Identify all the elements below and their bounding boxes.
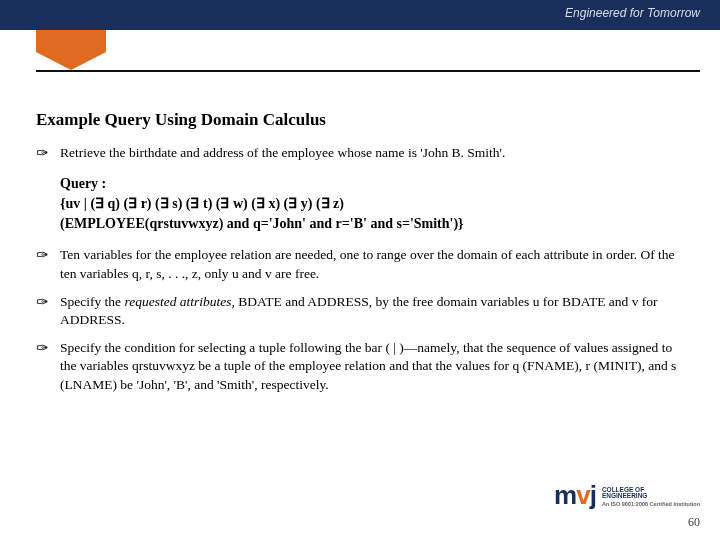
slide-title: Example Query Using Domain Calculus [36,110,684,130]
logo-m: m [554,480,576,510]
bullet-icon: ✑ [36,293,52,329]
bullet-icon: ✑ [36,339,52,394]
iso-cert: An ISO 9001:2008 Certified Institution [602,502,700,508]
query-block: Query : {uv | (∃ q) (∃ r) (∃ s) (∃ t) (∃… [60,174,684,235]
bullet-3: ✑ Specify the condition for selecting a … [36,339,684,394]
query-line-2: (EMPLOYEE(qrstuvwxyz) and q='John' and r… [60,214,684,234]
bullet-2: ✑ Specify the requested attributes, BDAT… [36,293,684,329]
bullet-1: ✑ Ten variables for the employee relatio… [36,246,684,282]
college-line-2: ENGINEERING [602,493,700,500]
bullet-3-text: Specify the condition for selecting a tu… [60,339,684,394]
bullet-icon: ✑ [36,144,52,164]
intro-bullet: ✑ Retrieve the birthdate and address of … [36,144,684,164]
main-content: Example Query Using Domain Calculus ✑ Re… [36,110,684,404]
college-name: COLLEGE OF ENGINEERING An ISO 9001:2008 … [602,487,700,508]
logo-j: j [590,480,596,510]
horizontal-rule [36,70,700,72]
italic-phrase: requested attributes, [124,294,235,309]
slide-page: Engineered for Tomorrow Example Query Us… [0,0,720,540]
orange-tab-decoration [36,30,106,52]
bullet-2-text: Specify the requested attributes, BDATE … [60,293,684,329]
logo-text: mvj [554,480,596,511]
query-label: Query : [60,174,684,194]
query-line-1: {uv | (∃ q) (∃ r) (∃ s) (∃ t) (∃ w) (∃ x… [60,194,684,214]
tagline-text: Engineered for Tomorrow [565,6,700,20]
bullet-icon: ✑ [36,246,52,282]
footer: mvj COLLEGE OF ENGINEERING An ISO 9001:2… [554,480,700,530]
page-number: 60 [554,515,700,530]
logo: mvj COLLEGE OF ENGINEERING An ISO 9001:2… [554,480,700,511]
bullet-1-text: Ten variables for the employee relation … [60,246,684,282]
intro-text: Retrieve the birthdate and address of th… [60,144,505,164]
top-bar: Engineered for Tomorrow [0,0,720,30]
logo-v: v [576,480,589,510]
